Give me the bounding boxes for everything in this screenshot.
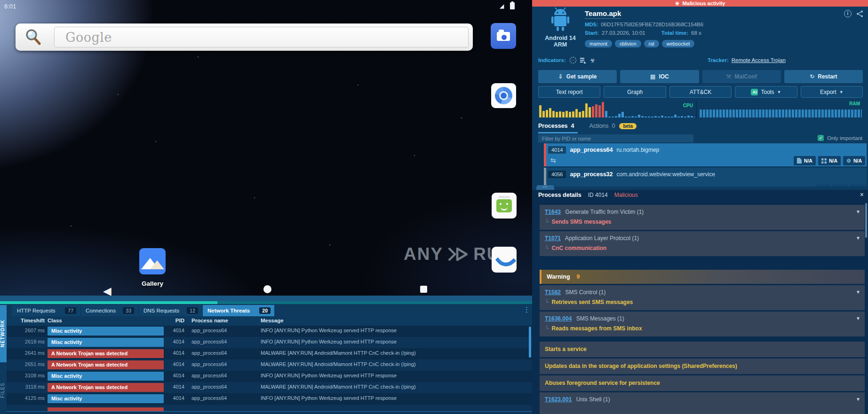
technique-row-t1623[interactable]: T1623.001 Unix Shell (1) ▼ (540, 392, 865, 414)
get-sample-button[interactable]: ⇩ Get sample (538, 70, 617, 83)
chevron-down-icon[interactable]: ▼ (856, 316, 860, 321)
restart-icon: ↻ (810, 73, 814, 80)
tag[interactable]: oblivion (615, 40, 641, 47)
table-row[interactable]: 2618 ms Misc activity 4014 app_process64… (7, 337, 532, 348)
actions-count: 0 (612, 123, 615, 129)
tag[interactable]: mamont (585, 40, 612, 47)
table-row[interactable]: 3118 ms A Network Trojan was detected 40… (7, 382, 532, 393)
tab-dns-requests[interactable]: DNS Requests 12 (139, 305, 202, 316)
tracker-link[interactable]: Remote Access Trojan (732, 57, 786, 63)
details-process-id: ID 4014 (588, 192, 608, 198)
warning-item[interactable]: Updates data in the storage of applicati… (540, 359, 865, 374)
tab-processes[interactable]: Processes 4 (538, 123, 574, 129)
nav-home-button[interactable] (263, 285, 271, 293)
modules-counter-badge[interactable]: N/A (833, 185, 848, 187)
process-row-4056[interactable]: 4056 app_process32 com.android.webview:w… (544, 168, 867, 187)
process-pid: 4056 (548, 171, 566, 178)
text-report-button[interactable]: Text report (538, 86, 600, 98)
tag[interactable]: websocket (662, 40, 695, 47)
details-scrollbar[interactable] (865, 203, 867, 238)
google-logo: Google (65, 30, 112, 45)
start-label: Start: (585, 30, 599, 36)
messages-app-icon[interactable] (492, 193, 517, 219)
table-scrollbar[interactable] (529, 327, 531, 358)
technique-detail[interactable]: Retrieves sent SMS messages (552, 299, 633, 305)
indicator-screenshot-icon[interactable]: ⋯ (570, 57, 576, 63)
indicator-malicious-icon[interactable]: ☣ (590, 57, 596, 64)
warning-item[interactable]: Starts a service (540, 342, 865, 357)
timeline-band[interactable] (0, 296, 532, 301)
technique-link[interactable]: T1643 (545, 209, 561, 215)
md5-label: MD5: (585, 22, 598, 27)
chevron-down-icon[interactable]: ▼ (856, 289, 860, 295)
analysis-panel: ☣ Malicious activity i A (532, 0, 868, 414)
search-input[interactable]: Google (54, 27, 469, 47)
side-tab-network[interactable]: NETWORK (0, 305, 7, 362)
malconf-button[interactable]: ⚒ MalConf (702, 70, 781, 83)
close-icon[interactable]: × (860, 191, 864, 198)
technique-link[interactable]: T1636.004 (545, 315, 572, 322)
modules-counter-badge[interactable]: N/A (818, 156, 841, 165)
tag[interactable]: rat (644, 40, 659, 47)
table-menu-icon[interactable]: ⋮ (523, 305, 530, 314)
registry-counter-badge[interactable]: ⚙ N/A (843, 156, 865, 165)
technique-link[interactable]: T1582 (545, 289, 561, 296)
technique-detail[interactable]: Reads messages from SMS inbox (552, 325, 642, 332)
dns-requests-count: 12 (187, 307, 198, 314)
restart-button[interactable]: ↻ Restart (784, 70, 863, 83)
chevron-down-icon: ▼ (839, 90, 844, 94)
network-tabbar: ▲ HTTP Requests 77 Connections 33 DNS Re… (0, 304, 532, 317)
class-badge: Misc activity (48, 394, 164, 403)
chevron-down-icon[interactable]: ▼ (856, 397, 860, 402)
files-counter-badge[interactable]: N/A (794, 156, 816, 165)
side-tab-files[interactable]: FILES (0, 373, 7, 408)
tools-dropdown[interactable]: AI Tools ▼ (735, 86, 797, 98)
chevron-down-icon[interactable]: ▼ (856, 209, 860, 214)
table-row[interactable]: 2607 ms Misc activity 4014 app_process64… (7, 326, 532, 337)
chevron-down-icon[interactable]: ▼ (856, 235, 860, 241)
phone-app-icon[interactable] (492, 247, 517, 273)
class-badge: A Network Trojan was detected (48, 360, 164, 369)
process-filter-input[interactable] (538, 134, 693, 142)
tab-actions[interactable]: Actions 0 (589, 123, 615, 129)
technique-row-t1636[interactable]: T1636.004 SMS Messages (1) └Reads messag… (540, 312, 865, 336)
table-row[interactable]: 3108 ms Misc activity 4014 app_process64… (7, 371, 532, 382)
technique-row-t1582[interactable]: T1582 SMS Control (1) └Retrieves sent SM… (540, 285, 865, 310)
nav-recents-button[interactable] (420, 286, 427, 293)
only-important-checkbox[interactable]: ✓ (818, 135, 824, 141)
process-row-4014[interactable]: 4014 app_process64 ru.nortah.bigmep ⇆ N/… (544, 143, 867, 166)
table-row[interactable]: 2641 ms A Network Trojan was detected 40… (7, 348, 532, 359)
threat-rows: 2607 ms Misc activity 4014 app_process64… (7, 326, 532, 414)
attack-button[interactable]: ATT&CK (669, 86, 732, 98)
class-badge: A Network Trojan was detected (48, 383, 164, 392)
technique-detail[interactable]: Sends SMS messages (552, 219, 612, 225)
browser-app-icon[interactable] (491, 83, 516, 108)
google-search-widget[interactable]: Google (16, 23, 473, 51)
table-bottom-scrollbar[interactable] (7, 411, 532, 414)
beta-badge: beta (619, 123, 637, 129)
tab-connections[interactable]: Connections 33 (81, 305, 138, 316)
technique-link[interactable]: T1071 (545, 235, 561, 242)
files-counter-badge[interactable]: N/A (815, 185, 830, 187)
camera-app-icon[interactable] (491, 23, 516, 49)
technique-detail[interactable]: CnC communication (552, 245, 607, 251)
indicator-events-icon[interactable] (580, 57, 586, 63)
tab-network-threats[interactable]: Network Threats 20 (203, 305, 274, 316)
registry-counter-badge[interactable]: N/A (850, 185, 865, 187)
technique-row-t1643[interactable]: T1643 Generate Traffic from Victim (1) └… (540, 205, 865, 230)
table-row[interactable]: 4125 ms Misc activity 4014 app_process64… (7, 393, 532, 405)
export-dropdown[interactable]: Export ▼ (801, 86, 863, 98)
tab-http-requests[interactable]: HTTP Requests 77 (12, 305, 80, 316)
gallery-app-icon[interactable] (139, 248, 166, 274)
graph-button[interactable]: Graph (604, 86, 666, 98)
cpu-graph: CPU (538, 100, 697, 118)
technique-row-t1071[interactable]: T1071 Application Layer Protocol (1) └Cn… (540, 231, 865, 256)
ioc-button[interactable]: ▤ IOC (620, 70, 699, 83)
table-row[interactable]: 2651 ms A Network Trojan was detected 40… (7, 359, 532, 371)
warning-item[interactable]: Abuses foreground service for persistenc… (540, 375, 865, 391)
process-pid: 4014 (548, 146, 566, 154)
technique-link[interactable]: T1623.001 (545, 396, 572, 403)
sample-name[interactable]: Teamo.apk (585, 9, 621, 19)
ram-label: RAM (849, 101, 860, 106)
class-badge: A Network Trojan was detected (48, 349, 164, 358)
